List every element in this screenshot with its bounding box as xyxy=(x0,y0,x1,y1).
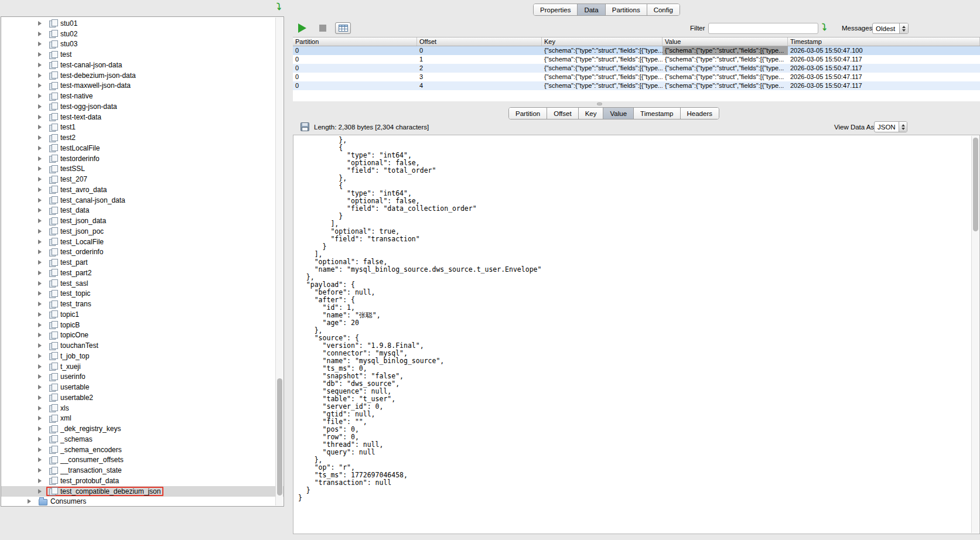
cell-offset[interactable]: 2 xyxy=(417,64,542,73)
expand-arrow-icon[interactable] xyxy=(38,395,42,400)
tree-item-test_part[interactable]: test_part xyxy=(1,257,284,268)
tree-item-stu01[interactable]: stu01 xyxy=(1,18,284,29)
filter-input[interactable] xyxy=(708,23,818,34)
cell-timestamp[interactable]: 2026-03-05 15:50:47.100 xyxy=(788,46,980,55)
save-button[interactable] xyxy=(299,121,310,132)
expand-arrow-icon[interactable] xyxy=(38,354,42,358)
expand-arrow-icon[interactable] xyxy=(38,374,42,379)
tree-item-test_LocalFile[interactable]: test_LocalFile xyxy=(1,237,284,247)
expand-arrow-icon[interactable] xyxy=(38,177,42,182)
expand-arrow-icon[interactable] xyxy=(38,198,42,203)
cell-timestamp[interactable]: 2026-03-05 15:50:47.117 xyxy=(788,81,980,90)
expand-arrow-icon[interactable] xyxy=(38,437,42,442)
tree-item-test-debezium-json-data[interactable]: test-debezium-json-data xyxy=(1,70,284,81)
expand-arrow-icon[interactable] xyxy=(38,312,42,317)
message-row-1[interactable]: 01{"schema":{"type":"struct","fields":[{… xyxy=(293,55,980,64)
cell-key[interactable]: {"schema":{"type":"struct","fields":[{"t… xyxy=(542,81,663,90)
tree-item-_dek_registry_keys[interactable]: _dek_registry_keys xyxy=(1,423,284,434)
expand-arrow-icon[interactable] xyxy=(38,104,42,109)
cell-timestamp[interactable]: 2026-03-05 15:50:47.117 xyxy=(788,73,980,81)
tree-item-touchanTest[interactable]: touchanTest xyxy=(1,340,284,351)
expand-arrow-icon[interactable] xyxy=(38,146,42,151)
expand-arrow-icon[interactable] xyxy=(38,94,42,98)
cell-offset[interactable]: 4 xyxy=(417,81,542,90)
expand-arrow-icon[interactable] xyxy=(38,240,42,244)
cell-key[interactable]: {"schema":{"type":"struct","fields":[{"t… xyxy=(542,55,663,64)
cell-partition[interactable]: 0 xyxy=(293,55,417,64)
column-header-key[interactable]: Key xyxy=(542,37,663,46)
expand-arrow-icon[interactable] xyxy=(38,323,42,327)
tree-item-topicOne[interactable]: topicOne xyxy=(1,330,284,341)
tree-item-test_orderinfo[interactable]: test_orderinfo xyxy=(1,247,284,258)
expand-arrow-icon[interactable] xyxy=(38,166,42,171)
scroll-to-latest-icon[interactable]: ⤵ xyxy=(822,22,827,33)
expand-arrow-icon[interactable] xyxy=(38,416,42,421)
tree-item-topic1[interactable]: topic1 xyxy=(1,309,284,320)
cell-value[interactable]: {"schema":{"type":"struct","fields":[{"t… xyxy=(663,46,788,55)
horizontal-splitter[interactable] xyxy=(293,101,980,107)
cell-value[interactable]: {"schema":{"type":"struct","fields":[{"t… xyxy=(663,73,788,81)
value-scrollbar[interactable] xyxy=(971,136,979,533)
tree-item-test-maxwell-json-data[interactable]: test-maxwell-json-data xyxy=(1,81,284,91)
cell-value[interactable]: {"schema":{"type":"struct","fields":[{"t… xyxy=(663,55,788,64)
expand-arrow-icon[interactable] xyxy=(38,32,42,36)
expand-arrow-icon[interactable] xyxy=(38,385,42,389)
tree-item-test_topic[interactable]: test_topic xyxy=(1,289,284,299)
expand-arrow-icon[interactable] xyxy=(38,125,42,129)
cell-partition[interactable]: 0 xyxy=(293,46,417,55)
expand-arrow-icon[interactable] xyxy=(38,364,42,369)
expand-arrow-icon[interactable] xyxy=(38,302,42,306)
expand-arrow-icon[interactable] xyxy=(38,260,42,265)
cell-key[interactable]: {"schema":{"type":"struct","fields":[{"t… xyxy=(542,73,663,81)
tree-scrollbar-thumb[interactable] xyxy=(277,378,282,495)
tree-item-test_trans[interactable]: test_trans xyxy=(1,299,284,309)
expand-arrow-icon[interactable] xyxy=(38,457,42,462)
cell-key[interactable]: {"schema":{"type":"struct","fields":[{"t… xyxy=(542,64,663,73)
cell-partition[interactable]: 0 xyxy=(293,64,417,73)
tree-item-testSSL[interactable]: testSSL xyxy=(1,164,284,175)
stop-button[interactable] xyxy=(319,25,326,32)
tree-item-test_207[interactable]: test_207 xyxy=(1,174,284,184)
table-view-button[interactable] xyxy=(335,22,351,34)
message-row-3[interactable]: 03{"schema":{"type":"struct","fields":[{… xyxy=(293,73,980,81)
cell-offset[interactable]: 1 xyxy=(417,55,542,64)
tree-item-stu02[interactable]: stu02 xyxy=(1,29,284,39)
play-button[interactable] xyxy=(298,23,306,33)
tree-item-test2[interactable]: test2 xyxy=(1,132,284,143)
expand-arrow-icon[interactable] xyxy=(38,187,42,192)
tree-item-test_compatible_debezium_json[interactable]: test_compatible_debezium_json xyxy=(1,486,284,497)
tree-item-userinfo[interactable]: userinfo xyxy=(1,372,284,382)
tree-item-t_job_top[interactable]: t_job_top xyxy=(1,351,284,361)
expand-arrow-icon[interactable] xyxy=(38,73,42,78)
splitter-grip[interactable] xyxy=(597,102,602,105)
cell-value[interactable]: {"schema":{"type":"struct","fields":[{"t… xyxy=(663,64,788,73)
view-format-select[interactable]: JSON xyxy=(874,121,907,132)
tree-item-test_part2[interactable]: test_part2 xyxy=(1,268,284,278)
expand-arrow-icon[interactable] xyxy=(38,291,42,296)
tree-scrollbar[interactable] xyxy=(275,18,283,505)
detail-tab-value[interactable]: Value xyxy=(603,108,634,119)
expand-arrow-icon[interactable] xyxy=(38,21,42,26)
message-row-2[interactable]: 02{"schema":{"type":"struct","fields":[{… xyxy=(293,64,980,73)
messages-order-select[interactable]: Oldest xyxy=(872,23,909,34)
value-json-viewer[interactable]: }, { "type": "int64", "optional": false,… xyxy=(293,135,980,534)
tree-item-__consumer_offsets[interactable]: __consumer_offsets xyxy=(1,455,284,466)
tab-config[interactable]: Config xyxy=(647,4,679,15)
expand-arrow-icon[interactable] xyxy=(38,281,42,286)
expand-arrow-icon[interactable] xyxy=(38,229,42,234)
tree-item-test-text-data[interactable]: test-text-data xyxy=(1,112,284,122)
expand-arrow-icon[interactable] xyxy=(38,208,42,213)
tree-item-test-native[interactable]: test-native xyxy=(1,91,284,101)
tree-item-usertable2[interactable]: usertable2 xyxy=(1,392,284,403)
tab-partitions[interactable]: Partitions xyxy=(606,4,647,15)
column-header-timestamp[interactable]: Timestamp xyxy=(788,37,980,46)
tree-item-stu03[interactable]: stu03 xyxy=(1,39,284,50)
expand-arrow-icon[interactable] xyxy=(38,271,42,275)
tree-item-test_json_poc[interactable]: test_json_poc xyxy=(1,226,284,237)
expand-arrow-icon[interactable] xyxy=(38,42,42,46)
expand-arrow-icon[interactable] xyxy=(38,156,42,161)
tree-item-test_sasl[interactable]: test_sasl xyxy=(1,278,284,289)
tree-item-xls[interactable]: xls xyxy=(1,403,284,413)
tree-item-usertable[interactable]: usertable xyxy=(1,382,284,392)
tree-item-test-ogg-json-data[interactable]: test-ogg-json-data xyxy=(1,101,284,112)
